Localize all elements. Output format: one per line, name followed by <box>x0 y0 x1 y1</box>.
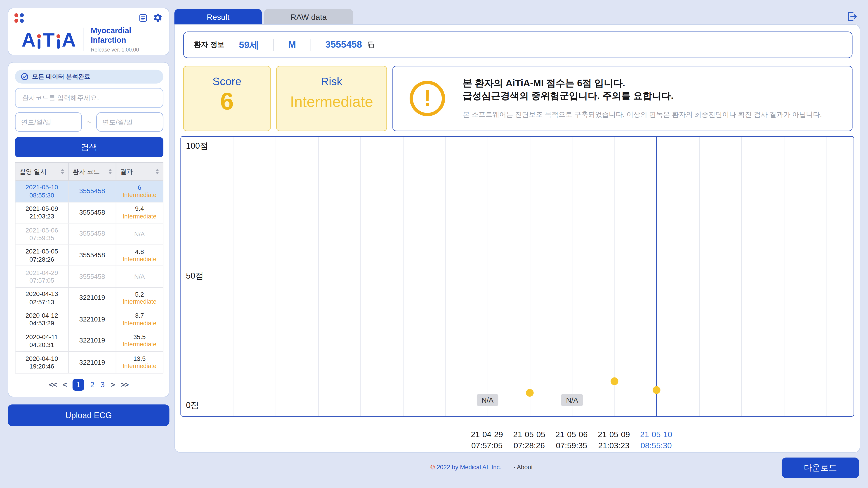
gridline <box>572 137 572 416</box>
sort-arrows-icon[interactable] <box>61 169 64 174</box>
page-first-button[interactable]: << <box>49 381 57 389</box>
gridline <box>741 137 742 416</box>
score-value: 6 <box>184 89 270 113</box>
cell-result: 6Intermediate <box>116 181 163 202</box>
exclamation-glyph: ! <box>424 87 431 110</box>
report-icon[interactable] <box>138 13 148 23</box>
app-root: ATA Myocardial Infarction Release ver. 1… <box>0 0 868 488</box>
tab-result[interactable]: Result <box>174 9 262 25</box>
sort-arrows-icon[interactable] <box>108 169 112 174</box>
download-button[interactable]: 다운로드 <box>782 457 859 478</box>
column-header[interactable]: 환자 코드 <box>69 163 116 180</box>
date-from-input[interactable] <box>15 112 82 132</box>
alert-texts: 본 환자의 AiTiA-MI 점수는 6점 입니다. 급성심근경색의 중위험군입… <box>463 77 852 120</box>
risk-value: Intermediate <box>277 95 386 109</box>
page-number-1[interactable]: 1 <box>72 379 84 391</box>
cell-result: 9.4Intermediate <box>116 202 163 223</box>
gridline <box>530 137 530 416</box>
header-actions <box>138 13 163 23</box>
alert-disclaimer: 본 소프트웨어는 진단보조 목적으로 구축되었습니다. 이상의 판독은 환자의 … <box>463 110 841 120</box>
cell-datetime: 2021-05-0607:59:35 <box>16 224 69 245</box>
gridline <box>403 137 403 416</box>
selected-date-line <box>656 137 657 416</box>
date-range-row: ~ <box>15 112 163 132</box>
logo-letter: A <box>62 30 76 49</box>
risk-card: Risk Intermediate <box>276 66 387 131</box>
score-point[interactable] <box>611 377 618 385</box>
cell-datetime: 2020-04-1104:20:31 <box>16 330 69 351</box>
page-last-button[interactable]: >> <box>121 381 128 389</box>
patient-age: 59세 <box>239 38 259 51</box>
cell-patient-code: 3221019 <box>69 309 116 330</box>
page-number-2[interactable]: 2 <box>90 381 94 389</box>
cell-risk: Intermediate <box>123 256 156 263</box>
x-axis-label[interactable]: 21-04-2907:57:05 <box>471 429 503 451</box>
aitia-logo: ATA <box>22 30 76 49</box>
column-header[interactable]: 결과 <box>116 163 163 180</box>
cell-patient-code: 3555458 <box>69 181 116 202</box>
table-row[interactable]: 2020-04-1204:53:2932210193.7Intermediate <box>16 309 163 330</box>
tab-raw-data[interactable]: RAW data <box>264 9 353 25</box>
logo-i-stem <box>57 39 59 48</box>
table-row[interactable]: 2021-05-0607:59:353555458N/A <box>16 224 163 245</box>
cell-risk: Intermediate <box>123 192 156 199</box>
cell-risk: Intermediate <box>123 298 156 306</box>
sort-arrows-icon[interactable] <box>156 169 159 174</box>
cell-datetime: 2021-05-1008:55:30 <box>16 181 69 202</box>
cell-result: 3.7Intermediate <box>116 309 163 330</box>
check-circle-icon <box>21 72 29 81</box>
release-version: Release ver. 1.00.00 <box>91 46 139 53</box>
gridline <box>276 137 276 416</box>
table-row[interactable]: 2021-05-0921:03:2335554589.4Intermediate <box>16 202 163 224</box>
table-row[interactable]: 2021-05-1008:55:3035554586Intermediate <box>16 181 163 202</box>
search-button[interactable]: 검색 <box>15 137 163 157</box>
patient-code-input[interactable] <box>15 88 163 108</box>
logo-letter: T <box>43 30 55 49</box>
cell-patient-code: 3221019 <box>69 288 116 308</box>
logout-icon[interactable] <box>845 11 858 23</box>
upload-ecg-button[interactable]: Upload ECG <box>8 404 169 426</box>
y-axis-tick: 0점 <box>186 400 199 411</box>
cell-datetime: 2020-04-1302:57:13 <box>16 288 69 308</box>
table-row[interactable]: 2020-04-1019:20:46322101913.5Intermediat… <box>16 352 163 373</box>
x-axis-label[interactable]: 21-05-0507:28:26 <box>513 429 545 451</box>
column-header[interactable]: 촬영 일시 <box>16 163 69 180</box>
cell-score: 4.8 <box>135 248 144 256</box>
pagination: <<<123>>> <box>8 379 169 391</box>
cell-datetime: 2020-04-1019:20:46 <box>16 352 69 373</box>
table-row[interactable]: 2021-05-0507:28:2635554584.8Intermediate <box>16 245 163 266</box>
gridline <box>826 137 827 416</box>
date-to-input[interactable] <box>96 112 163 132</box>
divider <box>273 39 274 51</box>
gridline <box>445 137 445 416</box>
cell-datetime: 2020-04-1204:53:29 <box>16 309 69 330</box>
table-row[interactable]: 2020-04-1302:57:1332210195.2Intermediate <box>16 288 163 309</box>
cell-result: N/A <box>116 224 163 245</box>
column-header-label: 결과 <box>120 167 153 176</box>
cell-result: N/A <box>116 266 163 287</box>
score-trend-chart: 100점50점0점N/AN/A <box>180 136 854 417</box>
about-link[interactable]: · About <box>514 464 533 470</box>
cell-score: 3.7 <box>135 312 144 320</box>
page-number-3[interactable]: 3 <box>100 381 104 389</box>
cell-risk: Intermediate <box>123 320 156 327</box>
app-grid-icon[interactable] <box>14 13 24 23</box>
table-row[interactable]: 2021-04-2907:57:053555458N/A <box>16 266 163 288</box>
copy-icon[interactable] <box>366 41 375 49</box>
cell-datetime: 2021-04-2907:57:05 <box>16 266 69 287</box>
page-prev-button[interactable]: < <box>63 381 66 389</box>
x-axis-label[interactable]: 21-05-1008:55:30 <box>640 429 672 451</box>
page-next-button[interactable]: > <box>111 381 115 389</box>
cell-score: 5.2 <box>135 290 144 298</box>
column-header-label: 환자 코드 <box>72 167 106 176</box>
copyright-symbol: © <box>430 464 435 470</box>
x-axis-label[interactable]: 21-05-0607:59:35 <box>555 429 587 451</box>
gridline <box>488 137 488 416</box>
table-row[interactable]: 2020-04-1104:20:31322101935.5Intermediat… <box>16 330 163 352</box>
score-point[interactable] <box>653 386 660 394</box>
score-point[interactable] <box>526 389 534 397</box>
cell-patient-code: 3555458 <box>69 202 116 223</box>
settings-gear-icon[interactable] <box>153 13 163 23</box>
column-header-label: 촬영 일시 <box>20 167 59 176</box>
x-axis-label[interactable]: 21-05-0921:03:23 <box>598 429 630 451</box>
